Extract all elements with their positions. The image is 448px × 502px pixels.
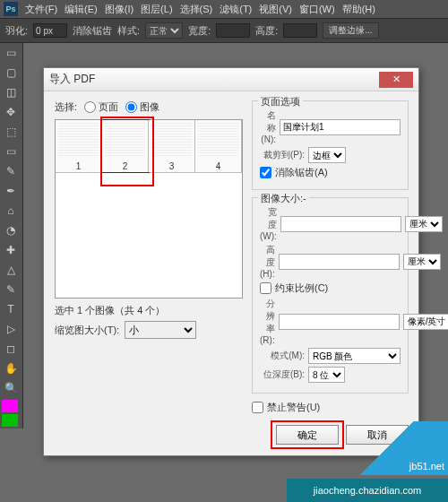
constrain-label: 约束比例(C)	[275, 281, 328, 295]
import-pdf-dialog: 导入 PDF ✕ 选择: 页面 图像 1 2 3 4 选中 1 个图像（共 4 …	[43, 67, 419, 456]
mode-select[interactable]: RGB 颜色	[308, 348, 401, 364]
gradient-tool-icon[interactable]: △	[0, 260, 22, 280]
crop-tool-icon[interactable]: ⬚	[0, 122, 22, 142]
ok-button[interactable]: 确定	[276, 425, 339, 445]
dialog-title: 导入 PDF	[49, 72, 379, 87]
eraser-tool-icon[interactable]: ✚	[0, 240, 22, 260]
zoom-tool-icon[interactable]: 🔍	[0, 378, 22, 398]
history-tool-icon[interactable]: ◔	[0, 221, 22, 240]
menu-select[interactable]: 选择(S)	[177, 3, 217, 16]
antialias-label: 消除锯齿(A)	[275, 166, 328, 179]
slice-tool-icon[interactable]: ▭	[0, 142, 22, 161]
pencil-tool-icon[interactable]: ✒	[0, 181, 22, 201]
width-unit[interactable]: 厘米	[405, 216, 443, 232]
options-bar: 羽化: 消除锯齿 样式: 正常 宽度: 高度: 调整边缘...	[0, 18, 448, 43]
bg-swatch[interactable]	[2, 414, 18, 427]
menu-view[interactable]: 视图(V)	[255, 3, 296, 16]
height-unit[interactable]: 厘米	[403, 254, 441, 270]
res-unit[interactable]: 像素/英寸	[403, 314, 448, 330]
height-label: 高度(H):	[260, 244, 275, 279]
page-options-group: 页面选项 名称(N): 裁剪到(P):边框 消除锯齿(A)	[252, 100, 409, 190]
dialog-titlebar[interactable]: 导入 PDF ✕	[44, 68, 418, 91]
res-label: 分辨率(R):	[260, 298, 275, 345]
width-label: 宽度(W):	[260, 206, 277, 241]
shape-tool-icon[interactable]: ◻	[0, 339, 22, 359]
feather-label: 羽化:	[5, 24, 28, 38]
menu-edit[interactable]: 编辑(E)	[61, 3, 101, 16]
ps-logo-icon: Ps	[4, 2, 18, 16]
width-input[interactable]	[216, 23, 250, 38]
close-icon[interactable]: ✕	[379, 72, 413, 88]
wand-tool-icon[interactable]: ✥	[0, 102, 22, 122]
antialias-label: 消除锯齿	[73, 24, 112, 38]
antialias-check[interactable]	[260, 167, 271, 178]
brush-tool-icon[interactable]: ✎	[0, 161, 22, 181]
thumbnail-grid[interactable]: 1 2 3 4	[55, 119, 243, 299]
style-select[interactable]: 正常	[145, 22, 183, 39]
name-label: 名称(N):	[260, 109, 276, 144]
menu-filter[interactable]: 滤镜(T)	[216, 3, 255, 16]
stamp-tool-icon[interactable]: ⌂	[0, 201, 22, 221]
radio-page[interactable]: 页面	[84, 100, 118, 114]
radio-image[interactable]: 图像	[125, 100, 159, 114]
thumb-4[interactable]: 4	[195, 120, 242, 172]
suppress-label: 禁止警告(U)	[267, 401, 320, 414]
pen-tool-icon[interactable]: ✎	[0, 280, 22, 299]
page-options-title: 页面选项	[258, 95, 303, 108]
mode-label: 模式(M):	[260, 350, 305, 362]
watermark-corner: jb51.net	[332, 421, 448, 475]
height-label: 高度:	[255, 24, 278, 38]
name-input[interactable]	[280, 119, 401, 135]
depth-label: 位深度(B):	[260, 368, 305, 381]
watermark-bar: jiaocheng.chazidian.com	[287, 479, 448, 502]
fg-swatch[interactable]	[2, 400, 18, 412]
move-tool-icon[interactable]: ▭	[0, 43, 22, 63]
crop-select[interactable]: 边框	[308, 147, 346, 163]
menu-image[interactable]: 图像(I)	[101, 3, 137, 16]
refine-edge-button[interactable]: 调整边缘...	[323, 22, 378, 39]
height-input[interactable]	[283, 23, 317, 38]
lasso-tool-icon[interactable]: ◫	[0, 82, 22, 102]
selection-status: 选中 1 个图像（共 4 个）	[55, 304, 243, 317]
suppress-check[interactable]	[252, 402, 263, 413]
thumb-1[interactable]: 1	[56, 120, 102, 172]
res-input[interactable]	[279, 314, 400, 330]
menu-help[interactable]: 帮助(H)	[339, 3, 379, 16]
thumb-3[interactable]: 3	[149, 120, 195, 172]
select-label: 选择:	[55, 100, 77, 114]
image-size-title: 图像大小:-	[258, 192, 309, 205]
crop-label: 裁剪到(P):	[260, 149, 305, 161]
menubar: Ps 文件(F) 编辑(E) 图像(I) 图层(L) 选择(S) 滤镜(T) 视…	[0, 0, 448, 18]
path-tool-icon[interactable]: ▷	[0, 319, 22, 339]
type-tool-icon[interactable]: T	[0, 299, 22, 319]
menu-file[interactable]: 文件(F)	[22, 3, 61, 16]
menu-layer[interactable]: 图层(L)	[137, 3, 176, 16]
depth-select[interactable]: 8 位	[308, 367, 345, 383]
width-input[interactable]	[280, 216, 401, 232]
width-label: 宽度:	[188, 24, 211, 38]
style-label: 样式:	[117, 24, 140, 38]
thumbsize-select[interactable]: 小	[125, 321, 196, 339]
feather-input[interactable]	[33, 23, 67, 38]
constrain-check[interactable]	[260, 282, 271, 294]
color-swatches[interactable]	[0, 398, 22, 428]
watermark-text-a: jb51.net	[409, 461, 444, 472]
hand-tool-icon[interactable]: ✋	[0, 359, 22, 378]
height-input[interactable]	[279, 254, 400, 270]
thumbsize-label: 缩览图大小(T):	[55, 324, 119, 337]
menu-window[interactable]: 窗口(W)	[296, 3, 339, 16]
image-size-group: 图像大小:- 宽度(W):厘米 高度(H):厘米 约束比例(C) 分辨率(R):…	[252, 197, 409, 394]
toolbox: ▭ ▢ ◫ ✥ ⬚ ▭ ✎ ✒ ⌂ ◔ ✚ △ ✎ T ▷ ◻ ✋ 🔍	[0, 43, 23, 428]
thumb-2[interactable]: 2	[102, 120, 149, 172]
marquee-tool-icon[interactable]: ▢	[0, 63, 22, 82]
